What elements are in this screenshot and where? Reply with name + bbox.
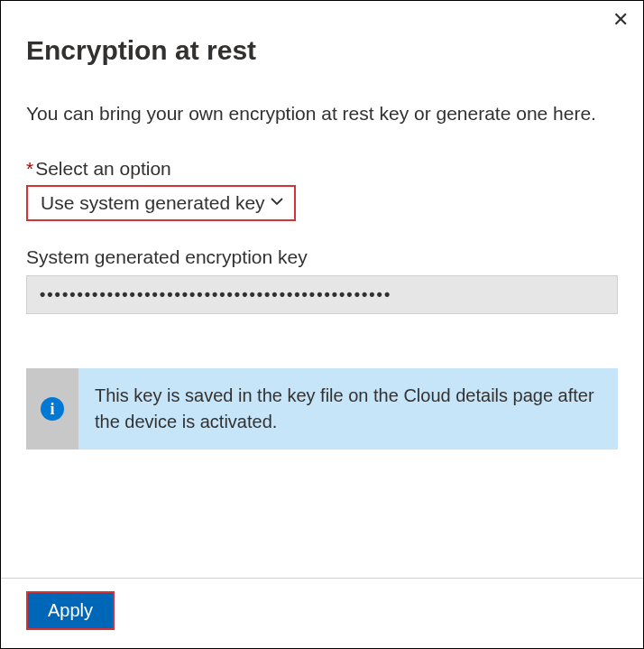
required-marker: * xyxy=(26,158,33,179)
close-icon: ✕ xyxy=(612,8,629,31)
info-text: This key is saved in the key file on the… xyxy=(78,368,618,450)
apply-button-label: Apply xyxy=(48,600,93,620)
generated-key-label: System generated encryption key xyxy=(26,246,618,268)
close-button[interactable]: ✕ xyxy=(609,8,632,32)
select-option-label-text: Select an option xyxy=(35,158,171,179)
generated-key-value: ••••••••••••••••••••••••••••••••••••••••… xyxy=(26,275,618,314)
info-icon: i xyxy=(41,397,64,421)
panel-footer: Apply xyxy=(1,578,643,648)
panel-title: Encryption at rest xyxy=(26,35,618,66)
select-option-value: Use system generated key xyxy=(41,192,265,214)
info-banner: i This key is saved in the key file on t… xyxy=(26,368,618,450)
chevron-down-icon xyxy=(271,195,283,211)
select-option-dropdown[interactable]: Use system generated key xyxy=(26,185,296,221)
apply-button[interactable]: Apply xyxy=(26,591,115,630)
encryption-panel: ✕ Encryption at rest You can bring your … xyxy=(1,1,643,648)
select-option-label: *Select an option xyxy=(26,158,618,180)
panel-description: You can bring your own encryption at res… xyxy=(26,100,618,127)
info-icon-column: i xyxy=(26,368,78,450)
